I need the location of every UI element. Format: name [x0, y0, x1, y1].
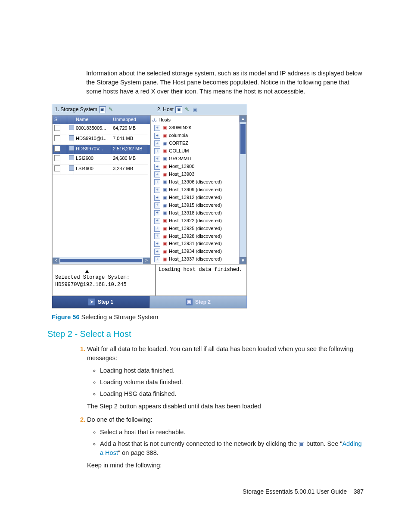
status-right: Loading host data finished.	[156, 264, 247, 296]
host-item[interactable]: +▣Host_13906 (discovered)	[152, 178, 238, 186]
step2-text: Do one of the following:	[87, 416, 153, 423]
expand-icon[interactable]: +	[154, 218, 160, 224]
host-label: Host_13906 (discovered)	[169, 179, 222, 186]
host-icon: ▣	[162, 156, 167, 162]
host-item[interactable]: +▣Host_13934 (discovered)	[152, 248, 238, 255]
expand-icon[interactable]: +	[154, 133, 160, 139]
storage-row[interactable]: LSI46003,287 MB	[53, 165, 150, 175]
host-icon: ▣	[162, 172, 167, 177]
host-label: GROMMIT	[169, 156, 192, 162]
row-checkbox[interactable]	[54, 146, 60, 152]
host-icon: ▣	[162, 133, 167, 138]
row-checkbox[interactable]	[54, 135, 60, 141]
expand-icon[interactable]: +	[154, 148, 160, 154]
expand-icon[interactable]: +	[154, 195, 160, 201]
drive-icon	[69, 146, 74, 151]
bullet: Add a host that is not currently connect…	[100, 439, 364, 457]
add-host-icon[interactable]: ▣	[192, 107, 198, 113]
host-icon: ▣	[162, 149, 167, 154]
col-unmapped[interactable]: Unmapped	[111, 115, 148, 124]
expand-icon[interactable]: +	[154, 233, 160, 239]
host-item[interactable]: +▣Host_13903	[152, 171, 238, 178]
host-item[interactable]: +▣380WIN2K	[152, 124, 238, 132]
host-item[interactable]: +▣Host_13909 (discovered)	[152, 186, 238, 194]
expand-icon[interactable]: +	[154, 171, 160, 177]
host-label: Host_13928 (discovered)	[169, 233, 222, 240]
host-item[interactable]: +▣Host_13925 (discovered)	[152, 225, 238, 233]
host-item[interactable]: +▣Host_13912 (discovered)	[152, 194, 238, 202]
figure-label: Figure 56	[52, 314, 79, 320]
expand-icon[interactable]: +	[154, 164, 160, 170]
expand-icon[interactable]: +	[154, 226, 160, 232]
step1-outro: The Step 2 button appears disabled until…	[87, 403, 261, 410]
numbered-step-1: Wait for all data to be loaded. You can …	[87, 345, 364, 411]
host-icon: ▣	[162, 187, 167, 193]
host-item[interactable]: +▣Host_13937 (discovered)	[152, 255, 238, 263]
filter-icon[interactable]: ▣	[99, 106, 106, 113]
host-label: Host_13937 (discovered)	[169, 256, 222, 263]
expand-icon[interactable]: +	[154, 249, 160, 255]
row-unmapped: 64,729 MB	[111, 124, 148, 134]
filter-icon-2[interactable]: ▣	[175, 106, 182, 113]
step1-icon: ➤	[88, 299, 95, 305]
expand-icon[interactable]: +	[154, 156, 160, 162]
scroll-right-icon[interactable]: >	[143, 258, 150, 264]
host-icon: ▣	[162, 141, 167, 146]
expand-icon[interactable]: +	[154, 256, 160, 262]
expand-icon[interactable]: +	[154, 241, 160, 247]
step1-button[interactable]: ➤ Step 1	[52, 296, 149, 308]
pane2-title: 2. Host	[157, 106, 174, 113]
storage-table-header: S Name Unmapped	[53, 115, 150, 124]
scroll-left-icon[interactable]: <	[53, 258, 59, 264]
host-icon: ▣	[162, 241, 167, 246]
page-footer: Storage Essentials 5.00.01 User Guide 38…	[47, 487, 364, 496]
expand-icon[interactable]: +	[154, 202, 160, 208]
footer-page: 387	[354, 488, 364, 495]
row-checkbox[interactable]	[54, 125, 60, 131]
host-item[interactable]: +▣Host_13928 (discovered)	[152, 233, 238, 240]
scroll-down-icon[interactable]: ▼	[240, 257, 246, 264]
host-item[interactable]: +▣Host_13900	[152, 163, 238, 171]
host-label: Host_13931 (discovered)	[169, 240, 222, 247]
host-item[interactable]: +▣GOLLUM	[152, 147, 238, 155]
expand-icon[interactable]: +	[154, 140, 160, 146]
footer-title: Storage Essentials 5.00.01 User Guide	[243, 488, 347, 495]
tree-root[interactable]: 🖧 Hosts	[152, 116, 238, 124]
host-item[interactable]: +▣columbia	[152, 132, 238, 140]
status-right-text: Loading host data finished.	[159, 267, 242, 273]
col-s[interactable]: S	[53, 115, 60, 124]
h-scrollbar[interactable]: < >	[53, 257, 150, 264]
expand-icon[interactable]: +	[154, 125, 160, 131]
host-icon: ▣	[162, 233, 167, 239]
row-checkbox[interactable]	[54, 165, 60, 171]
host-label: Host_13903	[169, 171, 194, 178]
status-left: Selected Storage System: HDS9970V@192.16…	[52, 264, 156, 296]
row-checkbox[interactable]	[54, 155, 60, 161]
step2-b2-pre: Add a host that is not currently connect…	[100, 440, 299, 447]
row-unmapped: 7,041 MB	[111, 134, 148, 145]
host-item[interactable]: +▣Host_13915 (discovered)	[152, 202, 238, 209]
storage-row[interactable]: HDS9910@1...7,041 MB	[53, 134, 150, 145]
storage-row[interactable]: 0001835005...64,729 MB	[53, 124, 150, 134]
expand-icon[interactable]: +	[154, 210, 160, 216]
scroll-up-icon[interactable]: ▲	[240, 115, 246, 122]
host-icon: ▣	[162, 257, 167, 262]
drive-icon	[69, 135, 74, 140]
host-item[interactable]: +▣GROMMIT	[152, 155, 238, 163]
host-item[interactable]: +▣CORTEZ	[152, 140, 238, 147]
storage-row[interactable]: LSI260024,680 MB	[53, 154, 150, 165]
host-item[interactable]: +▣Host_13922 (discovered)	[152, 217, 238, 225]
add-host-inline-icon: ▣	[299, 442, 305, 448]
col-name[interactable]: Name	[74, 115, 111, 124]
host-icon: ▣	[162, 164, 167, 169]
edit-icon[interactable]: ✎	[108, 107, 114, 113]
storage-row[interactable]: HDS9970V...2,516,262 MB	[53, 145, 150, 154]
v-scrollbar[interactable]: ▲ ▼	[239, 115, 246, 264]
row-name: LSI2600	[74, 154, 111, 165]
edit-icon-2[interactable]: ✎	[184, 107, 190, 113]
expand-icon[interactable]: +	[154, 179, 160, 185]
host-item[interactable]: +▣Host_13931 (discovered)	[152, 240, 238, 248]
step2-b2-tail: " on page 388.	[118, 449, 159, 456]
expand-icon[interactable]: +	[154, 187, 160, 193]
host-item[interactable]: +▣Host_13918 (discovered)	[152, 209, 238, 217]
